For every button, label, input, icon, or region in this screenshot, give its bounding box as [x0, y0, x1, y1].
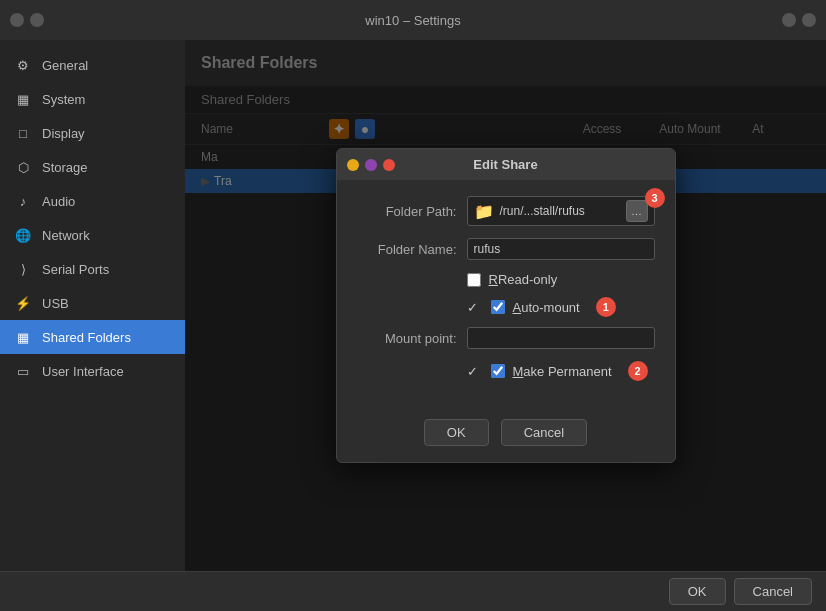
- dialog-close-button[interactable]: [383, 159, 395, 171]
- dialog-titlebar: Edit Share: [337, 149, 675, 180]
- sidebar-item-display[interactable]: □ Display: [0, 116, 185, 150]
- storage-icon: ⬡: [14, 158, 32, 176]
- dialog-footer: OK Cancel: [337, 407, 675, 462]
- usb-icon: ⚡: [14, 294, 32, 312]
- dialog-body: Folder Path: 📁 /run/...stall/rufus … 3: [337, 180, 675, 407]
- sidebar-item-label-storage: Storage: [42, 160, 88, 175]
- sidebar-item-usb[interactable]: ⚡ USB: [0, 286, 185, 320]
- dialog-titlebar-controls: [347, 159, 395, 171]
- display-icon: □: [14, 124, 32, 142]
- sidebar-item-shared-folders[interactable]: ▦ Shared Folders: [0, 320, 185, 354]
- badge-1: 1: [596, 297, 616, 317]
- sidebar-item-label-user-interface: User Interface: [42, 364, 124, 379]
- folder-icon: 📁: [474, 202, 494, 221]
- automount-label[interactable]: Auto-mount: [513, 300, 580, 315]
- window-action-button-2[interactable]: [802, 13, 816, 27]
- folder-name-row: Folder Name:: [357, 238, 655, 260]
- bottom-bar: OK Cancel: [0, 571, 826, 611]
- title-bar-right-controls: [782, 13, 816, 27]
- window-close-button[interactable]: [10, 13, 24, 27]
- readonly-label[interactable]: RRead-only: [489, 272, 558, 287]
- sidebar-item-storage[interactable]: ⬡ Storage: [0, 150, 185, 184]
- sidebar-item-serial-ports[interactable]: ⟩ Serial Ports: [0, 252, 185, 286]
- main-layout: ⚙ General ▦ System □ Display ⬡ Storage ♪…: [0, 40, 826, 571]
- dialog-title: Edit Share: [473, 157, 537, 172]
- sidebar-item-audio[interactable]: ♪ Audio: [0, 184, 185, 218]
- user-interface-icon: ▭: [14, 362, 32, 380]
- window-minimize-button[interactable]: [30, 13, 44, 27]
- sidebar-item-label-usb: USB: [42, 296, 69, 311]
- sidebar-item-label-audio: Audio: [42, 194, 75, 209]
- readonly-row: RRead-only: [357, 272, 655, 287]
- mount-point-row: Mount point:: [357, 327, 655, 349]
- automount-checkbox[interactable]: [491, 300, 505, 314]
- footer-cancel-button[interactable]: Cancel: [734, 578, 812, 605]
- serial-ports-icon: ⟩: [14, 260, 32, 278]
- title-bar-controls: [10, 13, 44, 27]
- make-permanent-checkbox[interactable]: [491, 364, 505, 378]
- dialog-minimize-button[interactable]: [347, 159, 359, 171]
- folder-name-label: Folder Name:: [357, 242, 467, 257]
- sidebar-item-network[interactable]: 🌐 Network: [0, 218, 185, 252]
- sidebar-item-label-serial-ports: Serial Ports: [42, 262, 109, 277]
- dialog-ok-button[interactable]: OK: [424, 419, 489, 446]
- content-area: Shared Folders Shared Folders Name ✦ ● A…: [185, 40, 826, 571]
- sidebar-item-label-shared-folders: Shared Folders: [42, 330, 131, 345]
- dialog-cancel-button[interactable]: Cancel: [501, 419, 587, 446]
- general-icon: ⚙: [14, 56, 32, 74]
- mount-point-label: Mount point:: [357, 331, 467, 346]
- make-permanent-row: ✓ Make Permanent 2: [357, 361, 655, 381]
- mount-point-input[interactable]: [467, 327, 655, 349]
- shared-folders-icon: ▦: [14, 328, 32, 346]
- audio-icon: ♪: [14, 192, 32, 210]
- folder-path-label: Folder Path:: [357, 204, 467, 219]
- folder-path-row: Folder Path: 📁 /run/...stall/rufus … 3: [357, 196, 655, 226]
- folder-path-value: /run/...stall/rufus: [500, 204, 620, 218]
- sidebar-item-label-general: General: [42, 58, 88, 73]
- badge-3: 3: [645, 188, 665, 208]
- make-permanent-check-mark: ✓: [467, 364, 479, 379]
- folder-browse-button[interactable]: …: [626, 200, 648, 222]
- network-icon: 🌐: [14, 226, 32, 244]
- folder-path-container: 📁 /run/...stall/rufus … 3: [467, 196, 655, 226]
- edit-share-dialog: Edit Share Folder Path: 📁 /run/...stall/…: [336, 148, 676, 463]
- system-icon: ▦: [14, 90, 32, 108]
- footer-ok-button[interactable]: OK: [669, 578, 726, 605]
- modal-overlay: Edit Share Folder Path: 📁 /run/...stall/…: [185, 40, 826, 571]
- badge-2: 2: [628, 361, 648, 381]
- folder-name-input[interactable]: [467, 238, 655, 260]
- sidebar-item-label-display: Display: [42, 126, 85, 141]
- title-bar: win10 – Settings: [0, 0, 826, 40]
- readonly-checkbox[interactable]: [467, 273, 481, 287]
- sidebar-item-user-interface[interactable]: ▭ User Interface: [0, 354, 185, 388]
- sidebar: ⚙ General ▦ System □ Display ⬡ Storage ♪…: [0, 40, 185, 571]
- sidebar-item-label-network: Network: [42, 228, 90, 243]
- make-permanent-label[interactable]: Make Permanent: [513, 364, 612, 379]
- sidebar-item-system[interactable]: ▦ System: [0, 82, 185, 116]
- window-title: win10 – Settings: [365, 13, 460, 28]
- dialog-maximize-button[interactable]: [365, 159, 377, 171]
- sidebar-item-general[interactable]: ⚙ General: [0, 48, 185, 82]
- automount-row: ✓ Auto-mount 1: [357, 297, 655, 317]
- window-action-button-1[interactable]: [782, 13, 796, 27]
- automount-check-mark: ✓: [467, 300, 479, 315]
- sidebar-item-label-system: System: [42, 92, 85, 107]
- folder-path-input[interactable]: 📁 /run/...stall/rufus …: [467, 196, 655, 226]
